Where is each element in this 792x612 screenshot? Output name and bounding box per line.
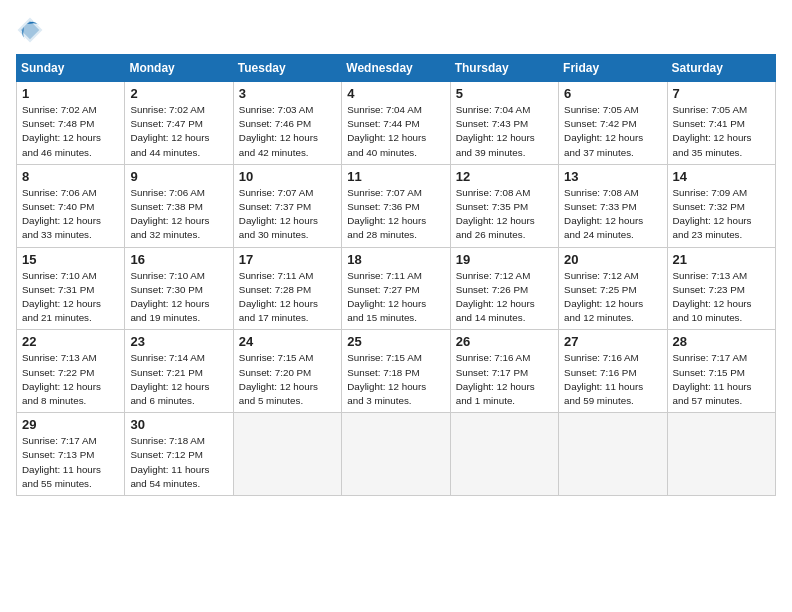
day-number: 25 — [347, 334, 444, 349]
week-row-0: 1Sunrise: 7:02 AM Sunset: 7:48 PM Daylig… — [17, 82, 776, 165]
week-row-2: 15Sunrise: 7:10 AM Sunset: 7:31 PM Dayli… — [17, 247, 776, 330]
day-info: Sunrise: 7:04 AM Sunset: 7:43 PM Dayligh… — [456, 103, 553, 160]
day-info: Sunrise: 7:11 AM Sunset: 7:28 PM Dayligh… — [239, 269, 336, 326]
day-cell-24: 24Sunrise: 7:15 AM Sunset: 7:20 PM Dayli… — [233, 330, 341, 413]
day-number: 9 — [130, 169, 227, 184]
day-number: 14 — [673, 169, 770, 184]
empty-cell — [450, 413, 558, 496]
day-info: Sunrise: 7:12 AM Sunset: 7:26 PM Dayligh… — [456, 269, 553, 326]
day-cell-27: 27Sunrise: 7:16 AM Sunset: 7:16 PM Dayli… — [559, 330, 667, 413]
day-cell-9: 9Sunrise: 7:06 AM Sunset: 7:38 PM Daylig… — [125, 164, 233, 247]
day-number: 3 — [239, 86, 336, 101]
empty-cell — [667, 413, 775, 496]
day-number: 2 — [130, 86, 227, 101]
day-cell-10: 10Sunrise: 7:07 AM Sunset: 7:37 PM Dayli… — [233, 164, 341, 247]
day-info: Sunrise: 7:16 AM Sunset: 7:17 PM Dayligh… — [456, 351, 553, 408]
day-cell-7: 7Sunrise: 7:05 AM Sunset: 7:41 PM Daylig… — [667, 82, 775, 165]
week-row-4: 29Sunrise: 7:17 AM Sunset: 7:13 PM Dayli… — [17, 413, 776, 496]
day-cell-18: 18Sunrise: 7:11 AM Sunset: 7:27 PM Dayli… — [342, 247, 450, 330]
day-info: Sunrise: 7:18 AM Sunset: 7:12 PM Dayligh… — [130, 434, 227, 491]
logo — [16, 16, 48, 44]
day-cell-12: 12Sunrise: 7:08 AM Sunset: 7:35 PM Dayli… — [450, 164, 558, 247]
day-cell-11: 11Sunrise: 7:07 AM Sunset: 7:36 PM Dayli… — [342, 164, 450, 247]
day-number: 30 — [130, 417, 227, 432]
day-number: 23 — [130, 334, 227, 349]
day-info: Sunrise: 7:16 AM Sunset: 7:16 PM Dayligh… — [564, 351, 661, 408]
day-number: 12 — [456, 169, 553, 184]
day-number: 21 — [673, 252, 770, 267]
day-info: Sunrise: 7:05 AM Sunset: 7:41 PM Dayligh… — [673, 103, 770, 160]
day-cell-23: 23Sunrise: 7:14 AM Sunset: 7:21 PM Dayli… — [125, 330, 233, 413]
col-header-saturday: Saturday — [667, 55, 775, 82]
logo-icon — [16, 16, 44, 44]
col-header-wednesday: Wednesday — [342, 55, 450, 82]
day-cell-2: 2Sunrise: 7:02 AM Sunset: 7:47 PM Daylig… — [125, 82, 233, 165]
day-cell-21: 21Sunrise: 7:13 AM Sunset: 7:23 PM Dayli… — [667, 247, 775, 330]
day-cell-3: 3Sunrise: 7:03 AM Sunset: 7:46 PM Daylig… — [233, 82, 341, 165]
day-cell-26: 26Sunrise: 7:16 AM Sunset: 7:17 PM Dayli… — [450, 330, 558, 413]
day-cell-25: 25Sunrise: 7:15 AM Sunset: 7:18 PM Dayli… — [342, 330, 450, 413]
day-cell-30: 30Sunrise: 7:18 AM Sunset: 7:12 PM Dayli… — [125, 413, 233, 496]
day-cell-19: 19Sunrise: 7:12 AM Sunset: 7:26 PM Dayli… — [450, 247, 558, 330]
day-number: 19 — [456, 252, 553, 267]
day-info: Sunrise: 7:08 AM Sunset: 7:35 PM Dayligh… — [456, 186, 553, 243]
day-number: 28 — [673, 334, 770, 349]
day-cell-29: 29Sunrise: 7:17 AM Sunset: 7:13 PM Dayli… — [17, 413, 125, 496]
col-header-sunday: Sunday — [17, 55, 125, 82]
day-info: Sunrise: 7:07 AM Sunset: 7:36 PM Dayligh… — [347, 186, 444, 243]
day-info: Sunrise: 7:10 AM Sunset: 7:30 PM Dayligh… — [130, 269, 227, 326]
day-number: 1 — [22, 86, 119, 101]
week-row-1: 8Sunrise: 7:06 AM Sunset: 7:40 PM Daylig… — [17, 164, 776, 247]
day-info: Sunrise: 7:15 AM Sunset: 7:20 PM Dayligh… — [239, 351, 336, 408]
day-cell-4: 4Sunrise: 7:04 AM Sunset: 7:44 PM Daylig… — [342, 82, 450, 165]
day-number: 17 — [239, 252, 336, 267]
day-number: 26 — [456, 334, 553, 349]
day-number: 5 — [456, 86, 553, 101]
empty-cell — [233, 413, 341, 496]
col-header-friday: Friday — [559, 55, 667, 82]
day-info: Sunrise: 7:04 AM Sunset: 7:44 PM Dayligh… — [347, 103, 444, 160]
empty-cell — [342, 413, 450, 496]
day-info: Sunrise: 7:02 AM Sunset: 7:47 PM Dayligh… — [130, 103, 227, 160]
day-number: 6 — [564, 86, 661, 101]
day-number: 10 — [239, 169, 336, 184]
day-info: Sunrise: 7:14 AM Sunset: 7:21 PM Dayligh… — [130, 351, 227, 408]
day-info: Sunrise: 7:09 AM Sunset: 7:32 PM Dayligh… — [673, 186, 770, 243]
day-info: Sunrise: 7:15 AM Sunset: 7:18 PM Dayligh… — [347, 351, 444, 408]
day-number: 27 — [564, 334, 661, 349]
day-cell-17: 17Sunrise: 7:11 AM Sunset: 7:28 PM Dayli… — [233, 247, 341, 330]
day-cell-6: 6Sunrise: 7:05 AM Sunset: 7:42 PM Daylig… — [559, 82, 667, 165]
day-info: Sunrise: 7:03 AM Sunset: 7:46 PM Dayligh… — [239, 103, 336, 160]
day-info: Sunrise: 7:17 AM Sunset: 7:13 PM Dayligh… — [22, 434, 119, 491]
day-cell-13: 13Sunrise: 7:08 AM Sunset: 7:33 PM Dayli… — [559, 164, 667, 247]
day-info: Sunrise: 7:17 AM Sunset: 7:15 PM Dayligh… — [673, 351, 770, 408]
day-info: Sunrise: 7:11 AM Sunset: 7:27 PM Dayligh… — [347, 269, 444, 326]
week-row-3: 22Sunrise: 7:13 AM Sunset: 7:22 PM Dayli… — [17, 330, 776, 413]
day-cell-22: 22Sunrise: 7:13 AM Sunset: 7:22 PM Dayli… — [17, 330, 125, 413]
day-info: Sunrise: 7:07 AM Sunset: 7:37 PM Dayligh… — [239, 186, 336, 243]
day-info: Sunrise: 7:06 AM Sunset: 7:38 PM Dayligh… — [130, 186, 227, 243]
day-info: Sunrise: 7:05 AM Sunset: 7:42 PM Dayligh… — [564, 103, 661, 160]
col-header-thursday: Thursday — [450, 55, 558, 82]
day-number: 20 — [564, 252, 661, 267]
day-number: 13 — [564, 169, 661, 184]
day-cell-20: 20Sunrise: 7:12 AM Sunset: 7:25 PM Dayli… — [559, 247, 667, 330]
day-info: Sunrise: 7:13 AM Sunset: 7:22 PM Dayligh… — [22, 351, 119, 408]
day-number: 7 — [673, 86, 770, 101]
day-cell-1: 1Sunrise: 7:02 AM Sunset: 7:48 PM Daylig… — [17, 82, 125, 165]
day-number: 29 — [22, 417, 119, 432]
day-cell-8: 8Sunrise: 7:06 AM Sunset: 7:40 PM Daylig… — [17, 164, 125, 247]
day-cell-5: 5Sunrise: 7:04 AM Sunset: 7:43 PM Daylig… — [450, 82, 558, 165]
day-info: Sunrise: 7:12 AM Sunset: 7:25 PM Dayligh… — [564, 269, 661, 326]
day-info: Sunrise: 7:13 AM Sunset: 7:23 PM Dayligh… — [673, 269, 770, 326]
day-cell-14: 14Sunrise: 7:09 AM Sunset: 7:32 PM Dayli… — [667, 164, 775, 247]
day-number: 11 — [347, 169, 444, 184]
col-header-monday: Monday — [125, 55, 233, 82]
day-number: 4 — [347, 86, 444, 101]
day-info: Sunrise: 7:02 AM Sunset: 7:48 PM Dayligh… — [22, 103, 119, 160]
day-cell-15: 15Sunrise: 7:10 AM Sunset: 7:31 PM Dayli… — [17, 247, 125, 330]
col-header-tuesday: Tuesday — [233, 55, 341, 82]
day-cell-28: 28Sunrise: 7:17 AM Sunset: 7:15 PM Dayli… — [667, 330, 775, 413]
day-number: 16 — [130, 252, 227, 267]
day-info: Sunrise: 7:08 AM Sunset: 7:33 PM Dayligh… — [564, 186, 661, 243]
